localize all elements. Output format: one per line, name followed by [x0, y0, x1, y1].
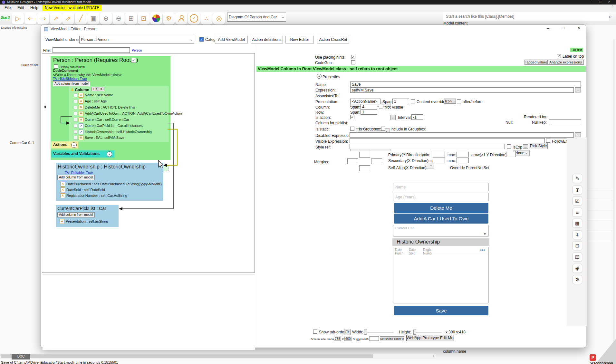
pie-chart-icon[interactable]: [150, 12, 162, 24]
zoom-out-icon[interactable]: ⊖: [112, 12, 125, 24]
icon-button[interactable]: Icon...: [444, 99, 456, 104]
action-crossref-button[interactable]: Action CrossRef: [317, 36, 349, 43]
tree-item-name[interactable]: AName : self.Name: [74, 92, 113, 98]
gear-widget-icon[interactable]: ⚙: [573, 275, 582, 284]
run-icon[interactable]: ▷: [12, 12, 24, 24]
search-input[interactable]: [443, 12, 609, 21]
secondary-max-field[interactable]: [457, 158, 469, 163]
preview-age-input[interactable]: [393, 193, 489, 201]
show-tab-order-checkbox[interactable]: [313, 330, 317, 334]
screen-width-field[interactable]: 758: [334, 337, 341, 341]
use-placing-hints-checkbox[interactable]: [351, 55, 355, 59]
historic-viewmodel-box[interactable]: HistoricOwnership : HistoricOwnership TV…: [56, 163, 163, 201]
model-content-row[interactable]: [587, 230, 615, 240]
tree-collapse-arrow[interactable]: [44, 105, 46, 109]
start-link[interactable]: Start!: [1, 15, 10, 19]
action-ellipsis-button[interactable]: ...: [390, 115, 396, 120]
model-content-row[interactable]: [587, 210, 615, 220]
interval-field[interactable]: -1: [411, 114, 423, 120]
menu-file[interactable]: File: [5, 5, 11, 10]
margin-bottom-field[interactable]: [359, 165, 370, 171]
follow-enable-checkbox[interactable]: [546, 139, 550, 143]
tagged-value-link[interactable]: TV: Editable: True: [65, 171, 93, 175]
requires-root-checkbox[interactable]: [131, 58, 136, 63]
tree-item-datesold[interactable]: ADateSold : self.DateSold: [60, 187, 105, 193]
spiral-icon[interactable]: ◎: [213, 12, 225, 24]
zoom-in-icon[interactable]: ⊕: [100, 12, 112, 24]
disabled-ellipsis-button[interactable]: ...: [575, 132, 581, 137]
tree-item-currentcar[interactable]: ACurrentCar : self.CurrentCar: [74, 117, 129, 122]
preview-delete-button[interactable]: Delete Me: [394, 203, 488, 213]
grow-field[interactable]: [506, 152, 516, 157]
isexp-checkbox[interactable]: [507, 144, 511, 148]
action-definitions-button[interactable]: Action definitions: [251, 36, 283, 43]
is-groupbox-checkbox[interactable]: [381, 127, 385, 131]
horizontal-scrollbar[interactable]: ›: [0, 354, 436, 359]
row-span-field[interactable]: 1: [361, 109, 377, 115]
preview-save-button[interactable]: Save: [394, 306, 488, 315]
add-col-button[interactable]: +C: [98, 87, 104, 91]
diagram-selector[interactable]: Diagram Of Person And Car: [227, 13, 286, 22]
pick-style-button[interactable]: Pick Style: [529, 143, 548, 149]
add-viewmodel-button[interactable]: Add ViewModel: [215, 36, 248, 43]
model-content-row[interactable]: [587, 200, 615, 210]
association-icon[interactable]: ↗: [50, 12, 62, 24]
add-column-button[interactable]: Add column from model: [57, 175, 95, 180]
settings-gears-icon[interactable]: ⚙: [163, 12, 175, 24]
codegen-checkbox[interactable]: [351, 60, 355, 64]
primary-max-field[interactable]: [457, 152, 469, 157]
add-row-button[interactable]: +R: [91, 87, 98, 91]
model-content-row[interactable]: [587, 220, 615, 230]
undo-icon[interactable]: ⇐: [24, 12, 37, 24]
nullrep-field[interactable]: [549, 119, 581, 125]
update-notice[interactable]: New Version available UPDATE: [42, 5, 102, 11]
width-slider-thumb[interactable]: [364, 330, 367, 335]
root-viewmodel-box[interactable]: Person : Person (Requires Root) Display …: [51, 56, 170, 160]
globe-widget-icon[interactable]: ◉: [573, 264, 582, 273]
add-column-button[interactable]: Add column from model: [53, 81, 90, 86]
presentation-field[interactable]: <ActionName>: [350, 99, 380, 104]
properties-collapse-icon[interactable]: ∧: [317, 74, 322, 79]
scrollbar-arrow-icon[interactable]: ›: [433, 354, 434, 358]
secondary-min-field[interactable]: [433, 158, 445, 163]
preview-name-input[interactable]: [393, 183, 489, 191]
search-icon[interactable]: ⌕: [609, 14, 612, 19]
tree-item-presentation[interactable]: APresentation : self.asString: [60, 218, 108, 224]
categ-checkbox[interactable]: [199, 37, 204, 42]
table-menu-icon[interactable]: •••: [480, 248, 485, 252]
column-span-field[interactable]: 4: [361, 104, 377, 110]
fit-button[interactable]: Fit: [344, 329, 351, 335]
tree-item-addacar[interactable]: %AddACarIUsedToOwn : ACTION: AddACarIUse…: [74, 110, 182, 116]
list-widget-icon[interactable]: ≡: [573, 208, 582, 216]
height-slider-thumb[interactable]: [413, 330, 416, 335]
visible-expression-field[interactable]: [350, 138, 545, 143]
tree-item-save[interactable]: %Save : EAL: selfVM.Save: [74, 135, 124, 140]
preview-current-car-select[interactable]: Current Car ▼: [393, 225, 489, 237]
height-slider[interactable]: [413, 332, 442, 333]
null-select[interactable]: None: [514, 150, 530, 156]
open-window-icon[interactable]: ⊞: [125, 12, 137, 24]
set-shrink-zoom-button[interactable]: Set shrink zoom to fit: [380, 336, 404, 341]
menu-edit[interactable]: Edit: [17, 5, 24, 10]
maximize-button[interactable]: □: [599, 0, 601, 4]
expression-field[interactable]: selfVM.Save: [350, 87, 574, 93]
tree-item-registration[interactable]: ARegistrationNumber : self.Car.AsString: [60, 193, 127, 198]
expression-ellipsis-button[interactable]: ...: [575, 87, 581, 92]
tagged-value-link[interactable]: TV HideSidebar: True: [53, 77, 87, 81]
scrollbar-thumb[interactable]: [1, 354, 373, 358]
margin-left-field[interactable]: [347, 158, 358, 164]
dialog-maximize-button[interactable]: □: [562, 25, 564, 30]
picklist-viewmodel-box[interactable]: CurrentCarPickList : Car Add column from…: [56, 205, 119, 227]
webapp-mode-button[interactable]: WebApp Prototype Edit-Mode: [406, 335, 454, 341]
generalization-icon[interactable]: ⇗: [62, 12, 74, 24]
select-area-icon[interactable]: ▣: [87, 12, 100, 24]
viewmodel-select[interactable]: Person : Person: [79, 36, 194, 43]
pattern-icon[interactable]: ∴: [200, 12, 213, 24]
after-before-checkbox[interactable]: [457, 99, 461, 103]
actions-section[interactable]: Actions ⌄: [51, 141, 78, 148]
dialog-minimize-button[interactable]: –: [547, 25, 549, 31]
doc-tab[interactable]: DOC: [12, 354, 30, 359]
disabled-expression-field[interactable]: [350, 132, 574, 138]
chevron-down-icon[interactable]: ⌄: [107, 151, 112, 157]
model-content-row[interactable]: [587, 190, 615, 200]
